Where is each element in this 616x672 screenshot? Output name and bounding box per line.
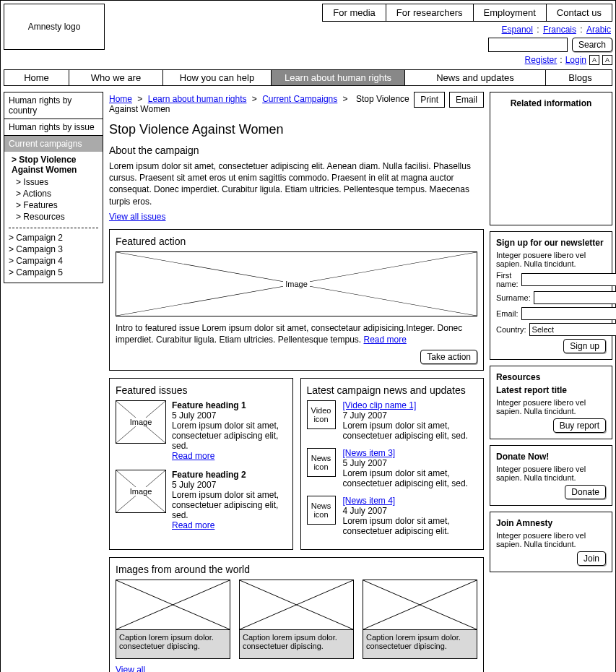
gallery-image-1 xyxy=(116,580,230,630)
resources-box: Resources Latest report title Integer po… xyxy=(490,366,612,439)
featured-issue-1-link[interactable]: Read more xyxy=(172,451,214,461)
search-input[interactable] xyxy=(488,38,568,52)
featured-action-image: Image xyxy=(116,251,477,316)
signup-button[interactable]: Sign up xyxy=(563,339,606,353)
sidebar-campaign-5[interactable]: > Campaign 5 xyxy=(9,267,98,278)
email-button[interactable]: Email xyxy=(449,92,484,108)
gallery-image-2 xyxy=(239,580,354,630)
sidebar-sub-actions[interactable]: > Actions xyxy=(12,188,98,199)
print-button[interactable]: Print xyxy=(414,92,445,108)
take-action-button[interactable]: Take action xyxy=(420,350,477,364)
email-label: Email: xyxy=(496,309,519,318)
news-item-2-text: Lorem ipsum dolor sit amet, consectetuer… xyxy=(343,468,478,488)
sidebar-sub-features[interactable]: > Features xyxy=(12,199,98,211)
font-size-small[interactable]: A xyxy=(589,55,599,65)
join-button[interactable]: Join xyxy=(577,551,606,566)
sidebar-campaign-title[interactable]: > Stop Violence Against Women xyxy=(12,155,98,175)
featured-issue-2-image: Image xyxy=(116,470,166,513)
featured-issue-2-title: Feature heading 2 xyxy=(172,470,287,480)
featured-action-heading: Featured action xyxy=(116,236,477,247)
buy-report-button[interactable]: Buy report xyxy=(553,418,606,433)
view-all-issues-link[interactable]: View all issues xyxy=(109,212,165,222)
news-item-2-link[interactable]: [News item 3] xyxy=(343,448,396,458)
news-item-3-text: Lorem ipsum dolor sit amet, consectetuer… xyxy=(343,516,478,536)
donate-text: Integer posuere libero vel sapien. Nulla… xyxy=(496,465,606,482)
gallery-view-all[interactable]: View all xyxy=(116,665,145,672)
main-nav: Home Who we are How you can help Learn a… xyxy=(4,69,612,86)
news-item-1-date: 7 July 2007 xyxy=(343,410,478,421)
video-icon: Video icon xyxy=(307,400,336,429)
nav-learn[interactable]: Learn about human rights xyxy=(272,70,405,85)
featured-action-panel: Featured action Image Intro to featured … xyxy=(109,229,484,371)
nav-help[interactable]: How you can help xyxy=(163,70,272,85)
featured-action-intro: Intro to featured issue Lorem ipsum dolo… xyxy=(116,322,477,345)
sidebar-sub-resources[interactable]: > Resources xyxy=(12,211,98,223)
news-item-1: Video icon [Video clip name 1] 7 July 20… xyxy=(307,400,478,441)
sidebar-issue[interactable]: Human rights by issue xyxy=(4,119,103,135)
sidebar-campaign-4[interactable]: > Campaign 4 xyxy=(9,255,98,267)
newsletter-heading: Sign up for our newsletter xyxy=(496,238,606,248)
sidebar-country[interactable]: Human rights by country xyxy=(4,92,103,119)
crumb-learn[interactable]: Learn about human rights xyxy=(148,94,247,104)
featured-issues-panel: Featured issues Image Feature heading 1 … xyxy=(109,378,293,550)
country-select[interactable] xyxy=(529,323,616,336)
featured-action-readmore[interactable]: Read more xyxy=(364,335,407,345)
font-size-large[interactable]: A xyxy=(602,55,612,65)
featured-issue-1-image: Image xyxy=(116,400,166,444)
nav-who[interactable]: Who we are xyxy=(69,70,163,85)
top-link-employment[interactable]: Employment xyxy=(474,4,547,22)
featured-issue-2-link[interactable]: Read more xyxy=(172,520,214,530)
gallery-panel: Images from around the world Caption lor… xyxy=(109,557,484,672)
top-links: For media For researchers Employment Con… xyxy=(322,4,612,22)
featured-issue-2: Image Feature heading 2 5 July 2007 Lore… xyxy=(116,470,287,530)
related-info-box: Related information xyxy=(490,92,612,225)
crumb-home[interactable]: Home xyxy=(109,94,132,104)
firstname-label: First name: xyxy=(496,271,519,288)
join-text: Integer posuere libero vel sapien. Nulla… xyxy=(496,531,606,548)
featured-issue-1-text: Lorem ipsum dolor sit amet, consectetuer… xyxy=(172,421,287,451)
news-item-3: News icon [News item 4] 4 July 2007 Lore… xyxy=(307,496,478,536)
firstname-input[interactable] xyxy=(521,273,616,286)
news-item-3-date: 4 July 2007 xyxy=(343,506,478,516)
gallery-item-2: Caption lorem ipsum dolor. consectetuer … xyxy=(239,580,354,659)
sidebar-sub-issues[interactable]: > Issues xyxy=(12,176,98,188)
gallery-heading: Images from around the world xyxy=(116,564,477,575)
sidebar-current[interactable]: Current campaigns xyxy=(4,135,103,152)
page-title: Stop Violence Against Women xyxy=(109,122,484,137)
crumb-current[interactable]: Current Campaigns xyxy=(262,94,337,104)
sidebar-divider xyxy=(9,228,98,228)
top-link-contact[interactable]: Contact us xyxy=(547,4,612,22)
lang-espanol[interactable]: Espanol xyxy=(502,25,533,35)
featured-issue-2-text: Lorem ipsum dolor sit amet, consectetuer… xyxy=(172,490,287,520)
sidebar-campaign-sub: > Stop Violence Against Women > Issues >… xyxy=(4,152,103,225)
surname-input[interactable] xyxy=(534,291,616,304)
donate-box: Donate Now! Integer posuere libero vel s… xyxy=(490,445,612,506)
nav-blogs[interactable]: Blogs xyxy=(546,70,615,85)
gallery-image-3 xyxy=(363,580,477,630)
lang-francais[interactable]: Francais xyxy=(543,25,576,35)
logo[interactable]: Amnesty logo xyxy=(4,4,105,50)
lang-arabic[interactable]: Arabic xyxy=(586,25,611,35)
donate-button[interactable]: Donate xyxy=(565,485,606,499)
top-link-media[interactable]: For media xyxy=(322,4,386,22)
resources-heading: Resources xyxy=(496,372,606,382)
top-link-researchers[interactable]: For researchers xyxy=(386,4,474,22)
gallery-item-1: Caption lorem ipsum dolor. consectetuer … xyxy=(116,580,230,659)
search-button[interactable]: Search xyxy=(572,38,612,52)
news-item-3-link[interactable]: [News item 4] xyxy=(343,496,396,506)
sidebar-campaign-2[interactable]: > Campaign 2 xyxy=(9,232,98,244)
resources-text: Integer posuere libero vel sapien. Nulla… xyxy=(496,398,606,415)
news-item-2: News icon [News item 3] 5 July 2007 Lore… xyxy=(307,448,478,488)
register-link[interactable]: Register xyxy=(525,55,558,65)
country-label: Country: xyxy=(496,325,526,334)
nav-news[interactable]: News and updates xyxy=(405,70,546,85)
news-item-1-link[interactable]: [Video clip name 1] xyxy=(343,400,417,410)
featured-issue-1: Image Feature heading 1 5 July 2007 Lore… xyxy=(116,400,287,461)
nav-home[interactable]: Home xyxy=(4,70,69,85)
surname-label: Surname: xyxy=(496,293,531,302)
login-link[interactable]: Login xyxy=(565,55,586,65)
featured-issue-2-date: 5 July 2007 xyxy=(172,480,287,490)
email-input[interactable] xyxy=(521,307,616,320)
latest-news-panel: Latest campaign news and updates Video i… xyxy=(300,378,485,550)
sidebar-campaign-3[interactable]: > Campaign 3 xyxy=(9,244,98,255)
